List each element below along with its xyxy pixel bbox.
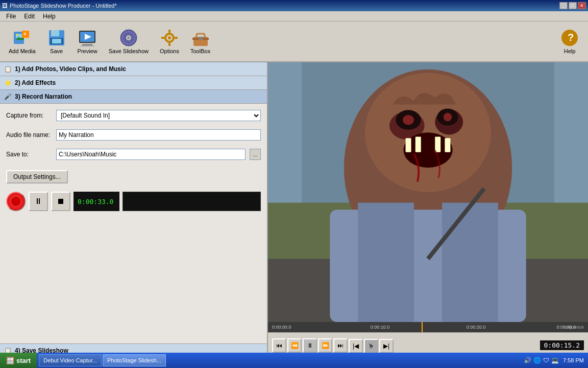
add-media-icon: + <box>13 29 31 47</box>
taskbar-items: Debut Video Captur... PhotoStage Slidesh… <box>37 354 520 366</box>
svg-rect-51 <box>442 203 498 322</box>
save-label: Save <box>50 48 63 54</box>
step2-header[interactable]: ⭐ 2) Add Effects <box>0 76 267 90</box>
svg-rect-54 <box>554 62 588 203</box>
options-icon <box>160 29 179 47</box>
svg-rect-22 <box>168 30 170 33</box>
step-forward-button[interactable]: ⏩ <box>318 338 332 353</box>
save-to-input[interactable] <box>56 149 246 160</box>
main-area: 📋 1) Add Photos, Video Clips, and Music … <box>0 62 588 358</box>
title-bar: 🖼 PhotoStage Slideshow Producer - Untitl… <box>0 0 588 11</box>
close-button[interactable]: ✕ <box>578 2 586 9</box>
menu-edit[interactable]: Edit <box>20 12 39 21</box>
stop-button[interactable]: ⏹ <box>51 192 70 211</box>
browse-button[interactable]: ... <box>250 149 261 160</box>
svg-rect-23 <box>168 43 170 46</box>
start-label: start <box>16 357 31 364</box>
pause-play-button[interactable]: ⏸ <box>303 338 317 353</box>
svg-point-47 <box>403 115 414 125</box>
skip-end-button[interactable]: ⏭ <box>333 338 348 353</box>
step3-icon: 🎤 <box>4 93 12 100</box>
clock: 7:58 PM <box>563 357 584 363</box>
narration-panel: Capture from: [Default Sound In] Audio f… <box>0 104 267 343</box>
playback-row: ⏮ ⏪ ⏸ ⏩ ⏭ <box>272 338 348 353</box>
time-display: 0:00:33.0 <box>74 192 119 211</box>
save-slideshow-button[interactable]: Save Slideshow <box>104 26 153 57</box>
svg-rect-14 <box>82 44 92 45</box>
cursor-button[interactable]: 🖱 <box>364 339 378 353</box>
taskbar-item-photostage[interactable]: PhotoStage Slidesh... <box>103 354 166 366</box>
menu-file[interactable]: File <box>2 12 20 21</box>
toolbox-icon <box>191 29 210 47</box>
tray-icon-2: 🌐 <box>533 357 541 364</box>
tray-icon-4: 💻 <box>551 357 559 364</box>
next-frame-button[interactable]: ▶| <box>379 339 394 353</box>
level-bar <box>122 192 261 211</box>
skip-start-button[interactable]: ⏮ <box>272 338 286 353</box>
audio-file-label: Audio file name: <box>6 131 52 139</box>
step1-header[interactable]: 📋 1) Add Photos, Video Clips, and Music <box>0 62 267 76</box>
record-button[interactable] <box>6 192 26 211</box>
add-media-button[interactable]: + Add Media <box>4 26 40 57</box>
record-controls: ⏸ ⏹ 0:00:33.0 <box>6 192 261 211</box>
step3-header[interactable]: 🎤 3) Record Narration <box>0 90 267 104</box>
step1-icon: 📋 <box>4 65 12 73</box>
save-slideshow-icon <box>119 29 138 47</box>
windows-icon: 🪟 <box>6 357 14 364</box>
left-panel: 📋 1) Add Photos, Video Clips, and Music … <box>0 62 268 358</box>
app-icon: 🖼 <box>2 3 8 9</box>
svg-rect-8 <box>52 30 54 34</box>
step3-label: 3) Record Narration <box>15 93 72 100</box>
sequence-label: sequence <box>564 325 584 330</box>
capture-label: Capture from: <box>6 112 52 119</box>
svg-text:+: + <box>23 31 27 37</box>
step-back-button[interactable]: ⏪ <box>287 338 302 353</box>
save-to-row: Save to: ... <box>6 149 261 160</box>
timeline-ruler: 0:00:00.0 0:00:10.0 0:00:20.0 0:00:30.0 … <box>268 322 588 332</box>
output-settings-button[interactable]: Output Settings... <box>6 170 68 183</box>
toolbox-label: ToolBox <box>190 48 210 54</box>
title-bar-title: 🖼 PhotoStage Slideshow Producer - Untitl… <box>2 3 117 9</box>
audio-file-row: Audio file name: <box>6 129 261 141</box>
svg-rect-44 <box>445 138 450 152</box>
options-label: Options <box>160 48 179 54</box>
ruler-mark-2: 0:00:20.0 <box>467 325 486 330</box>
ruler-mark-1: 0:00:10.0 <box>371 325 390 330</box>
svg-rect-42 <box>415 137 421 152</box>
prev-frame-button[interactable]: |◀ <box>349 339 363 353</box>
tray-icon-1: 🔊 <box>524 357 531 364</box>
pause-icon: ⏸ <box>34 197 42 206</box>
save-button[interactable]: Save <box>42 26 71 57</box>
right-panel: 0:00:00.0 0:00:10.0 0:00:20.0 0:00:30.0 … <box>268 62 588 358</box>
taskbar-debut-label: Debut Video Captur... <box>43 357 97 363</box>
preview-svg <box>268 62 588 322</box>
options-button[interactable]: Options <box>155 26 184 57</box>
taskbar-tray: 🔊 🌐 🛡 💻 7:58 PM <box>520 357 588 364</box>
preview-button[interactable]: Preview <box>73 26 102 57</box>
help-button[interactable]: ? Help <box>555 26 584 57</box>
capture-select[interactable]: [Default Sound In] <box>56 110 261 121</box>
toolbox-button[interactable]: ToolBox <box>186 26 215 57</box>
step1-label: 1) Add Photos, Video Clips, and Music <box>15 65 126 73</box>
preview-icon <box>78 29 96 47</box>
svg-text:?: ? <box>568 32 574 43</box>
playhead <box>422 322 423 332</box>
title-bar-controls: _ □ ✕ <box>559 2 586 9</box>
time-counter: 0:00:15.2 <box>540 340 584 350</box>
help-label: Help <box>564 48 576 54</box>
menu-help[interactable]: Help <box>39 12 60 21</box>
audio-file-input[interactable] <box>56 129 261 141</box>
svg-rect-53 <box>268 62 302 203</box>
svg-rect-29 <box>199 37 203 40</box>
start-button[interactable]: 🪟 start <box>0 353 37 368</box>
maximize-button[interactable]: □ <box>569 2 577 9</box>
save-icon <box>47 29 66 47</box>
menu-bar: File Edit Help <box>0 11 588 21</box>
tray-icon-3: 🛡 <box>543 357 549 364</box>
record-dot <box>11 197 20 206</box>
minimize-button[interactable]: _ <box>559 2 568 9</box>
pause-button[interactable]: ⏸ <box>29 192 48 211</box>
save-slideshow-label: Save Slideshow <box>109 48 149 54</box>
taskbar-item-debut[interactable]: Debut Video Captur... <box>39 354 102 366</box>
svg-point-3 <box>16 34 18 36</box>
